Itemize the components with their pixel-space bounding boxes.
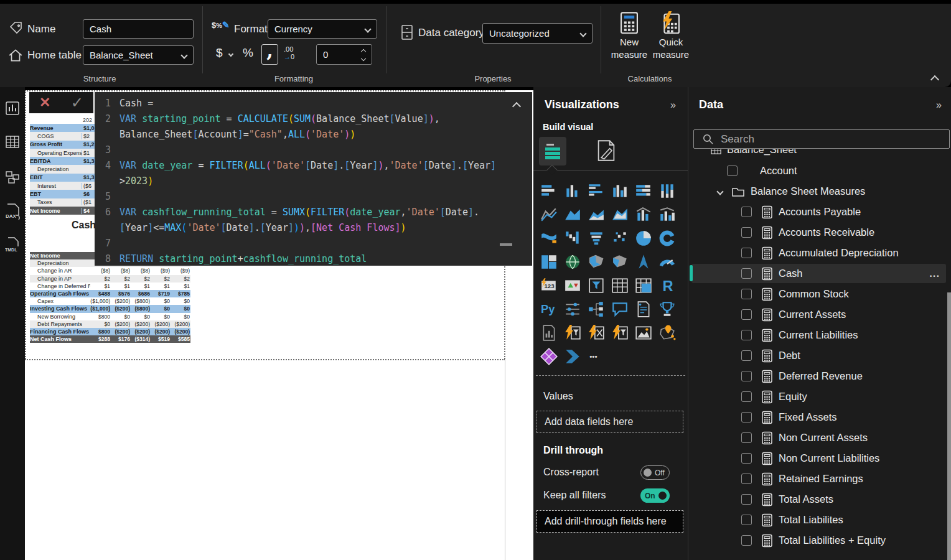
decimal-places-icon[interactable]: .00 →0 xyxy=(284,45,294,60)
map-icon[interactable] xyxy=(562,251,583,273)
waterfall-chart-icon[interactable] xyxy=(562,228,583,249)
azure-map-icon[interactable] xyxy=(633,251,654,273)
power-platform-visual-icon[interactable] xyxy=(609,322,630,343)
percent-button[interactable]: % xyxy=(243,46,253,60)
chevron-down-icon[interactable] xyxy=(716,188,723,195)
dax-code-line[interactable]: >2023) xyxy=(97,174,532,189)
dax-code-line[interactable]: 7 xyxy=(97,236,532,251)
data-category-select[interactable]: Uncategorized xyxy=(482,23,593,44)
r-script-visual-icon[interactable]: R xyxy=(657,275,678,296)
data-pane-scrollbar-thumb[interactable] xyxy=(947,292,951,560)
field-checkbox[interactable] xyxy=(741,207,752,217)
donut-chart-icon[interactable] xyxy=(657,228,678,249)
field-item-current-assets[interactable]: Current Assets xyxy=(688,304,951,325)
dax-code-line[interactable]: 1Cash = xyxy=(97,96,532,111)
format-select[interactable]: Currency xyxy=(268,19,377,39)
dax-code-line[interactable]: 4VAR date_year = FILTER(ALL('Date'[Date]… xyxy=(97,158,532,174)
field-checkbox[interactable] xyxy=(741,350,752,361)
line-and-clustered-column-chart-icon[interactable] xyxy=(657,204,678,225)
spinner-up-icon[interactable] xyxy=(361,49,366,54)
smart-narrative-icon[interactable] xyxy=(633,299,654,320)
dax-code[interactable]: 1Cash =2VAR starting_point = CALCULATE(S… xyxy=(95,92,532,267)
line-and-stacked-column-chart-icon[interactable] xyxy=(633,204,654,225)
field-checkbox[interactable] xyxy=(727,166,738,176)
arcgis-map-icon[interactable] xyxy=(657,322,678,343)
dax-code-line[interactable]: 2VAR starting_point = CALCULATE(SUM(Bala… xyxy=(97,111,532,127)
field-checkbox[interactable] xyxy=(741,309,752,320)
scatter-chart-icon[interactable] xyxy=(609,228,630,249)
quick-measure-button[interactable]: Quick measure xyxy=(651,11,691,61)
drill-through-field-well[interactable]: Add drill-through fields here xyxy=(536,510,683,533)
search-input[interactable] xyxy=(721,133,926,146)
table-row-clipped[interactable]: Balance_Sheet xyxy=(688,149,950,157)
dax-query-view-icon[interactable]: DAX xyxy=(5,203,21,220)
field-item-common-stock[interactable]: Common Stock xyxy=(688,284,951,304)
dax-code-line[interactable]: 6VAR cashflow_running_total = SUMX(FILTE… xyxy=(97,205,532,220)
pie-chart-icon[interactable] xyxy=(633,228,654,249)
power-apps-visual-icon[interactable] xyxy=(562,322,583,343)
area-chart-icon[interactable] xyxy=(562,204,583,225)
field-checkbox[interactable] xyxy=(741,289,752,299)
field-checkbox[interactable] xyxy=(741,268,752,279)
currency-chevron-icon[interactable] xyxy=(228,52,233,57)
collapse-ribbon-icon[interactable] xyxy=(930,75,939,84)
field-item-accounts-receivable[interactable]: Accounts Receivable xyxy=(688,222,951,243)
field-item-non-current-assets[interactable]: Non Current Assets xyxy=(688,427,951,448)
field-item-fixed-assets[interactable]: Fixed Assets xyxy=(688,407,951,427)
field-item-accumulated-depreciation[interactable]: Accumulated Depreciation xyxy=(688,243,951,263)
field-item-equity[interactable]: Equity xyxy=(688,386,951,407)
thousands-separator-button[interactable]: , xyxy=(261,44,278,65)
image-visual-icon[interactable] xyxy=(633,322,654,343)
field-checkbox[interactable] xyxy=(741,412,752,422)
field-checkbox[interactable] xyxy=(741,227,752,238)
field-item-cash[interactable]: Cash... xyxy=(688,263,951,284)
model-view-icon[interactable] xyxy=(5,169,20,184)
line-chart-icon[interactable] xyxy=(538,204,560,225)
measure-name-input[interactable] xyxy=(83,19,194,39)
dax-code-line[interactable]: Balance_Sheet[Account]="Cash",ALL('Date'… xyxy=(97,127,532,142)
field-checkbox[interactable] xyxy=(741,453,752,464)
kpi-icon[interactable] xyxy=(562,275,583,296)
field-checkbox[interactable] xyxy=(741,330,752,340)
paginated-report-icon[interactable] xyxy=(538,322,560,343)
dax-code-line[interactable]: 5 xyxy=(97,189,532,205)
field-item-non-current-liabilities[interactable]: Non Current Liabilities xyxy=(688,448,951,469)
dax-code-line[interactable]: 8RETURN starting_point+cashflow_running_… xyxy=(97,251,532,267)
filled-map-icon[interactable] xyxy=(586,251,607,273)
tmdl-view-icon[interactable]: TMDL xyxy=(5,236,21,254)
cross-report-toggle[interactable]: Off xyxy=(640,465,670,480)
python-visual-icon[interactable]: Py xyxy=(538,299,560,320)
field-item-debt[interactable]: Debt xyxy=(688,345,951,366)
table-view-icon[interactable] xyxy=(5,134,20,149)
field-checkbox[interactable] xyxy=(741,391,752,402)
new-measure-button[interactable]: New measure xyxy=(610,11,649,61)
slicer-icon[interactable] xyxy=(586,275,607,296)
field-checkbox[interactable] xyxy=(741,535,752,546)
new-slicer-icon[interactable] xyxy=(562,299,583,320)
stacked-bar-chart-icon[interactable] xyxy=(538,180,560,202)
currency-symbol-button[interactable]: $ xyxy=(216,46,223,60)
editor-scrollbar-thumb[interactable] xyxy=(500,243,512,246)
field-item-retained-earnings[interactable]: Retained Earnings xyxy=(688,469,951,489)
commit-formula-icon[interactable]: ✓ xyxy=(71,94,83,111)
home-table-select[interactable]: Balance_Sheet xyxy=(83,45,194,65)
card-icon[interactable]: 123 xyxy=(538,275,560,296)
field-checkbox[interactable] xyxy=(741,248,752,258)
field-checkbox[interactable] xyxy=(741,474,752,484)
field-item-total-liabilites[interactable]: Total Liabilites xyxy=(688,510,951,530)
collapse-data-pane-icon[interactable]: » xyxy=(936,100,942,111)
qa-visual-icon[interactable] xyxy=(609,299,630,320)
cancel-formula-icon[interactable]: ✕ xyxy=(39,95,50,111)
field-checkbox[interactable] xyxy=(741,432,752,443)
dax-formula-editor[interactable]: 1Cash =2VAR starting_point = CALCULATE(S… xyxy=(95,92,532,266)
100-stacked-bar-chart-icon[interactable] xyxy=(633,180,654,202)
values-field-well[interactable]: Add data fields here xyxy=(536,411,683,433)
dax-code-line[interactable]: [Year]<=MAX('Date'[Date].[Year])),[Net C… xyxy=(97,220,532,236)
field-item-total-liabilities-equity[interactable]: Total Liabilities + Equity xyxy=(688,530,951,551)
field-item-account[interactable]: Account xyxy=(688,161,951,181)
keep-all-filters-toggle[interactable]: On xyxy=(640,488,670,503)
treemap-icon[interactable] xyxy=(538,251,560,273)
stacked-column-chart-icon[interactable] xyxy=(562,180,583,202)
organizational-visual-diamond-icon[interactable] xyxy=(538,346,560,367)
power-automate-visual-icon[interactable] xyxy=(586,322,607,343)
